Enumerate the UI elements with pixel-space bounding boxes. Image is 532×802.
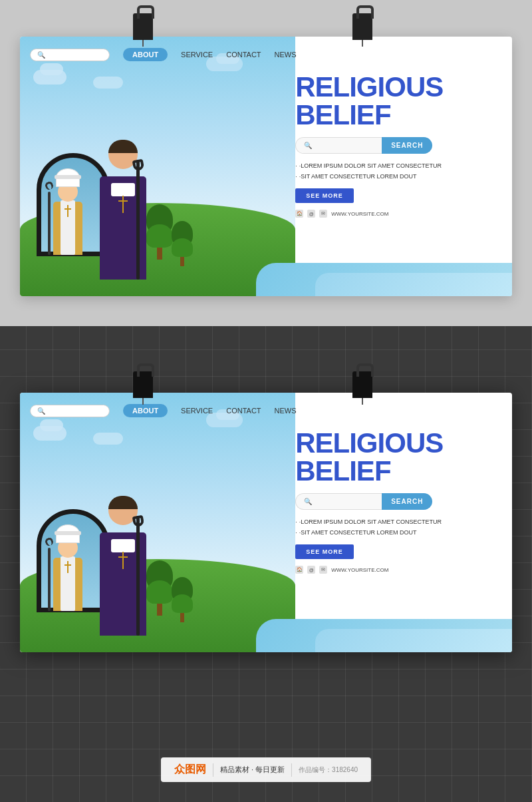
- nav-bar-bottom: 🔍 ABOUT SERVICE CONTACT NEWS: [30, 401, 502, 421]
- binder-clip-left-top: [133, 13, 153, 40]
- nav-search-icon: 🔍: [37, 51, 45, 59]
- nav-bar-top: 🔍 ABOUT SERVICE CONTACT NEWS: [30, 45, 502, 65]
- nav-contact-link-b[interactable]: CONTACT: [226, 407, 261, 415]
- wave-deco2-b: [315, 629, 512, 652]
- cloud-2: [93, 77, 123, 89]
- wire-right-bottom: [362, 398, 363, 405]
- wire-right-top: [362, 40, 363, 47]
- main-title-top: RELIGIOUS BELIEF: [295, 73, 502, 129]
- bullet2-bottom: ·SIT AMET CONSECTETUR LOREM DOUT: [295, 527, 502, 538]
- nav-service-link-b[interactable]: SERVICE: [181, 407, 213, 415]
- content-area-top: RELIGIOUS BELIEF 🔍 SEARCH ·LOREM IPSUM D…: [295, 73, 502, 218]
- content-area-bottom: RELIGIOUS BELIEF 🔍 SEARCH ·LOREM IPSUM D…: [295, 429, 502, 574]
- tree-right: [172, 221, 193, 266]
- website-url-top: WWW.YOURSITE.COM: [331, 211, 388, 217]
- search-bar-top: 🔍 SEARCH: [295, 137, 502, 154]
- wire-left-top: [142, 40, 144, 47]
- binder-clip-left-bottom: [133, 371, 153, 398]
- cloud-b1b: [40, 419, 63, 431]
- title-line1-b: RELIGIOUS: [295, 429, 502, 457]
- poster-top: 🔍 ABOUT SERVICE CONTACT NEWS RELIGIOUS B…: [20, 37, 512, 296]
- nav-search-box[interactable]: 🔍: [30, 49, 110, 61]
- search-input-main[interactable]: 🔍: [295, 137, 382, 154]
- title-line2: BELIEF: [295, 101, 502, 129]
- watermark-divider: [213, 763, 213, 777]
- watermark-bar: 众图网 精品素材 · 每日更新 作品编号：3182640: [161, 757, 371, 782]
- see-more-button-bottom[interactable]: SEE MORE: [295, 544, 354, 559]
- tree-left: [146, 204, 173, 260]
- tree-right-b: [172, 577, 193, 622]
- poster-bottom: 🔍 ABOUT SERVICE CONTACT NEWS RELIGIOUS B…: [20, 393, 512, 652]
- priest-figure-b: [96, 496, 150, 636]
- poster-top-inner: 🔍 ABOUT SERVICE CONTACT NEWS RELIGIOUS B…: [20, 37, 512, 296]
- main-title-bottom: RELIGIOUS BELIEF: [295, 429, 502, 485]
- search-input-main-b[interactable]: 🔍: [295, 493, 382, 510]
- poster-bottom-inner: 🔍 ABOUT SERVICE CONTACT NEWS RELIGIOUS B…: [20, 393, 512, 652]
- footer-links-top: 🏠 @ ✉ WWW.YOURSITE.COM: [295, 210, 502, 218]
- watermark-divider2: [291, 763, 292, 777]
- nav-service-link[interactable]: SERVICE: [181, 51, 213, 59]
- pope-figure-b: [48, 538, 88, 611]
- wire-left-bottom: [142, 398, 144, 405]
- nav-search-icon-b: 🔍: [37, 407, 45, 415]
- bullet1-bottom: ·LOREM IPSUM DOLOR SIT AMET CONSECTETUR: [295, 516, 502, 527]
- bullet2-top: ·SIT AMET CONSECTETUR LOREM DOUT: [295, 171, 502, 182]
- social-icon-3: ✉: [319, 210, 327, 218]
- watermark-logo: 众图网: [174, 763, 206, 777]
- social-icon-b1: 🏠: [295, 566, 303, 574]
- bullet-text-bottom: ·LOREM IPSUM DOLOR SIT AMET CONSECTETUR …: [295, 516, 502, 538]
- social-icon-b3: ✉: [319, 566, 327, 574]
- footer-links-bottom: 🏠 @ ✉ WWW.YOURSITE.COM: [295, 566, 502, 574]
- nav-news-link-b[interactable]: NEWS: [275, 407, 297, 415]
- nav-about-btn-b[interactable]: ABOUT: [123, 404, 168, 417]
- title-line1: RELIGIOUS: [295, 73, 502, 101]
- pope-figure: [48, 182, 88, 255]
- binder-clip-right-bottom: [352, 371, 372, 398]
- search-bar-bottom: 🔍 SEARCH: [295, 493, 502, 510]
- wave-deco2: [315, 273, 512, 296]
- binder-clip-right-top: [352, 13, 372, 40]
- nav-news-link[interactable]: NEWS: [275, 51, 297, 59]
- bullet-text-top: ·LOREM IPSUM DOLOR SIT AMET CONSECTETUR …: [295, 160, 502, 182]
- website-url-bottom: WWW.YOURSITE.COM: [331, 567, 388, 573]
- watermark-tagline: 精品素材 · 每日更新: [220, 765, 285, 775]
- search-button-bottom[interactable]: SEARCH: [382, 493, 432, 510]
- nav-search-box-b[interactable]: 🔍: [30, 405, 110, 417]
- social-icon-b2: @: [307, 566, 315, 574]
- bullet1-top: ·LOREM IPSUM DOLOR SIT AMET CONSECTETUR: [295, 160, 502, 171]
- title-line2-b: BELIEF: [295, 457, 502, 485]
- watermark-work-num: 作品编号：3182640: [299, 765, 358, 775]
- cloud-b2: [93, 433, 123, 445]
- cloud-1b: [40, 63, 63, 75]
- nav-contact-link[interactable]: CONTACT: [226, 51, 261, 59]
- nav-about-btn[interactable]: ABOUT: [123, 48, 168, 61]
- social-icon-2: @: [307, 210, 315, 218]
- tree-left-b: [146, 560, 173, 616]
- see-more-button-top[interactable]: SEE MORE: [295, 188, 354, 203]
- social-icon-1: 🏠: [295, 210, 303, 218]
- priest-figure: [96, 140, 150, 280]
- search-button-top[interactable]: SEARCH: [382, 137, 432, 154]
